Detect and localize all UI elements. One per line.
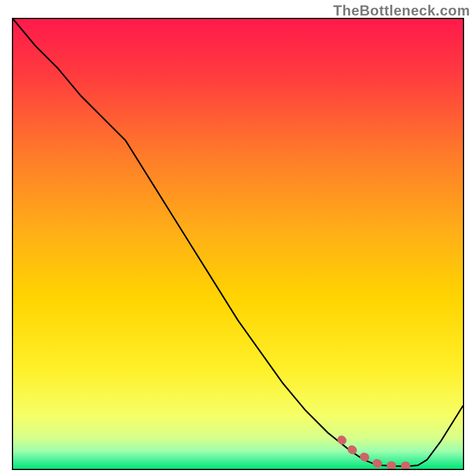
chart-frame: TheBottleneck.com xyxy=(0,0,476,476)
plot-area xyxy=(12,18,464,470)
watermark-text: TheBottleneck.com xyxy=(333,2,470,19)
chart-svg xyxy=(13,19,463,469)
gradient-background xyxy=(13,19,463,469)
